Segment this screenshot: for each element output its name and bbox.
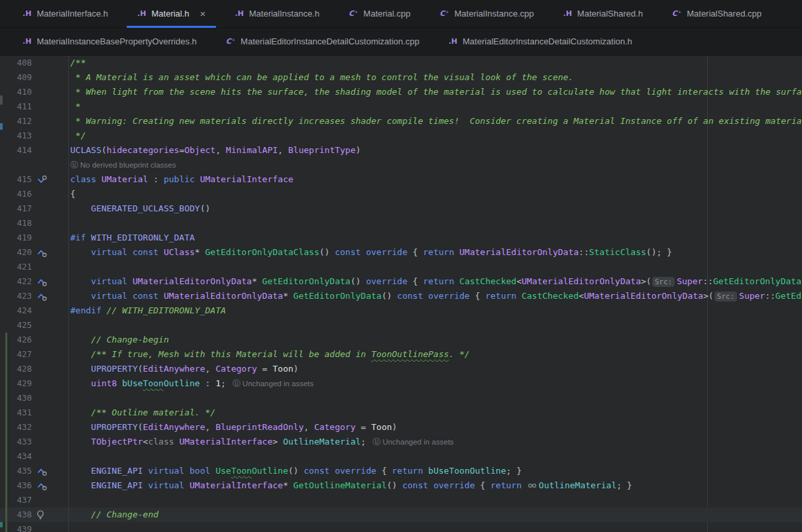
code-line-420[interactable]: 420 virtual const UClass* GetEditorOnlyD… [0, 245, 802, 260]
code-text[interactable] [69, 216, 802, 231]
gutter[interactable]: 420 [0, 245, 69, 260]
code-line-422[interactable]: 422 virtual UMaterialEditorOnlyData* Get… [0, 274, 802, 289]
gutter[interactable]: 417 [0, 201, 69, 216]
tab-MaterialInstance.cpp[interactable]: C⁺MaterialInstance.cpp [425, 0, 548, 27]
code-line-432[interactable]: 432 UPROPERTY(EditAnywhere, BlueprintRea… [0, 420, 802, 435]
code-text[interactable]: * [69, 99, 802, 114]
gutter[interactable]: 414 [0, 143, 69, 158]
tab-MaterialShared.h[interactable]: .HMaterialShared.h [548, 0, 657, 27]
field-inlay-icon[interactable] [528, 479, 537, 493]
code-text[interactable]: ENGINE_API virtual UMaterialInterface* G… [69, 478, 802, 493]
line-number[interactable]: 413 [0, 129, 32, 143]
code-text[interactable]: /** [69, 56, 802, 70]
overriding-method-gutter-icon[interactable] [32, 292, 47, 301]
code-line-413[interactable]: 413 */ [0, 129, 802, 143]
code-line-408[interactable]: 408/** [0, 56, 802, 70]
code-text[interactable]: virtual const UMaterialEditorOnlyData* G… [69, 289, 802, 303]
gutter[interactable]: 411 [0, 99, 69, 114]
gutter[interactable]: 409 [0, 70, 69, 85]
gutter[interactable]: 428 [0, 362, 69, 376]
tab-Material.h[interactable]: .HMaterial.h× [123, 0, 220, 27]
line-number[interactable]: 414 [0, 143, 32, 158]
gutter[interactable]: 429 [0, 376, 69, 391]
gutter[interactable]: 433 [0, 435, 69, 449]
code-line-434[interactable]: 434 [0, 449, 802, 464]
line-number[interactable]: 411 [0, 99, 32, 114]
code-text[interactable]: * A Material is an asset which can be ap… [69, 70, 802, 85]
line-number[interactable]: 416 [0, 187, 32, 201]
gutter[interactable] [0, 158, 69, 172]
line-number[interactable]: 412 [0, 114, 32, 129]
line-number[interactable]: 408 [0, 56, 32, 70]
code-text[interactable]: #endif // WITH_EDITORONLY_DATA [69, 303, 802, 318]
parameter-name-hint[interactable]: Src: [715, 292, 738, 301]
code-text[interactable] [69, 318, 802, 333]
unreal-engine-inlay-hint[interactable]: ⓊNo derived blueprint classes [70, 161, 176, 169]
line-number[interactable]: 410 [0, 85, 32, 99]
code-line-426[interactable]: 426 // Change-begin [0, 333, 802, 347]
gutter[interactable]: 432 [0, 420, 69, 435]
code-line-431[interactable]: 431 /** Outline material. */ [0, 405, 802, 420]
code-line-430[interactable]: 430 [0, 391, 802, 405]
overriding-method-gutter-icon[interactable] [32, 278, 47, 286]
gutter[interactable]: 431 [0, 405, 69, 420]
close-icon[interactable]: × [200, 9, 206, 19]
code-line-412[interactable]: 412 * Warning: Creating new materials di… [0, 114, 802, 129]
code-text[interactable]: /** Outline material. */ [69, 405, 802, 420]
line-number[interactable]: 422 [0, 274, 32, 289]
code-text[interactable]: */ [69, 129, 802, 143]
code-text[interactable] [69, 493, 802, 507]
gutter[interactable]: 436 [0, 478, 69, 493]
gutter[interactable]: 419 [0, 231, 69, 245]
code-line-429[interactable]: 429 uint8 bUseToonOutline : 1;ⓊUnchanged… [0, 376, 802, 391]
gutter[interactable]: 426 [0, 333, 69, 347]
gutter[interactable]: 412 [0, 114, 69, 129]
code-line-427[interactable]: 427 /** If true, Mesh with this Material… [0, 347, 802, 362]
tab-MaterialInstanceBasePropertyOverrides.h[interactable]: .HMaterialInstanceBasePropertyOverrides.… [8, 28, 211, 55]
tab-MaterialShared.cpp[interactable]: C⁺MaterialShared.cpp [658, 0, 776, 27]
gutter[interactable]: 410 [0, 85, 69, 99]
code-text[interactable] [69, 391, 802, 405]
code-line-415[interactable]: 415class UMaterial : public UMaterialInt… [0, 172, 802, 187]
code-text[interactable] [69, 522, 802, 532]
gutter[interactable]: 415 [0, 172, 69, 187]
gutter[interactable]: 427 [0, 347, 69, 362]
code-text[interactable]: ⓊNo derived blueprint classes [69, 158, 802, 172]
code-text[interactable]: virtual UMaterialEditorOnlyData* GetEdit… [69, 274, 802, 289]
code-line-437[interactable]: 437 [0, 493, 802, 507]
overridden-method-gutter-icon[interactable] [32, 176, 47, 184]
unreal-engine-inlay-hint[interactable]: ⓊUnchanged in assets [372, 438, 453, 446]
code-line-439[interactable]: 439 [0, 522, 802, 532]
gutter[interactable]: 418 [0, 216, 69, 231]
code-text[interactable]: * Warning: Creating new materials direct… [69, 114, 802, 129]
line-number[interactable]: 423 [0, 289, 32, 303]
code-line-416[interactable]: 416{ [0, 187, 802, 201]
code-line-423[interactable]: 423 virtual const UMaterialEditorOnlyDat… [0, 289, 802, 303]
code-editor[interactable]: 408/**409 * A Material is an asset which… [0, 56, 802, 532]
overriding-method-gutter-icon[interactable] [32, 482, 47, 490]
line-number[interactable]: 419 [0, 231, 32, 245]
line-number[interactable]: 425 [0, 318, 32, 333]
gutter[interactable]: 416 [0, 187, 69, 201]
code-text[interactable]: /** If true, Mesh with this Material wil… [69, 347, 802, 362]
code-text[interactable] [69, 449, 802, 464]
gutter[interactable]: 430 [0, 391, 69, 405]
code-text[interactable]: #if WITH_EDITORONLY_DATA [69, 231, 802, 245]
code-text[interactable]: class UMaterial : public UMaterialInterf… [69, 172, 802, 187]
code-text[interactable]: uint8 bUseToonOutline : 1;ⓊUnchanged in … [69, 376, 802, 391]
lightbulb-icon[interactable] [32, 510, 44, 519]
tab-MaterialEditorInstanceDetailCustomization.cpp[interactable]: C⁺MaterialEditorInstanceDetailCustomizat… [211, 28, 434, 55]
line-number[interactable]: 418 [0, 216, 32, 231]
code-line-438[interactable]: 438 // Change-end [0, 507, 802, 522]
code-line-417[interactable]: 417 GENERATED_UCLASS_BODY() [0, 201, 802, 216]
code-text[interactable] [69, 260, 802, 274]
code-line-436[interactable]: 436 ENGINE_API virtual UMaterialInterfac… [0, 478, 802, 493]
gutter[interactable]: 422 [0, 274, 69, 289]
gutter[interactable]: 413 [0, 129, 69, 143]
code-line-421[interactable]: 421 [0, 260, 802, 274]
line-number[interactable]: 415 [0, 172, 32, 187]
parameter-name-hint[interactable]: Src: [652, 277, 675, 287]
code-text[interactable]: TObjectPtr<class UMaterialInterface> Out… [69, 435, 802, 449]
tab-MaterialEditorInstanceDetailCustomization.h[interactable]: .HMaterialEditorInstanceDetailCustomizat… [434, 28, 647, 55]
code-text[interactable]: GENERATED_UCLASS_BODY() [69, 201, 802, 216]
